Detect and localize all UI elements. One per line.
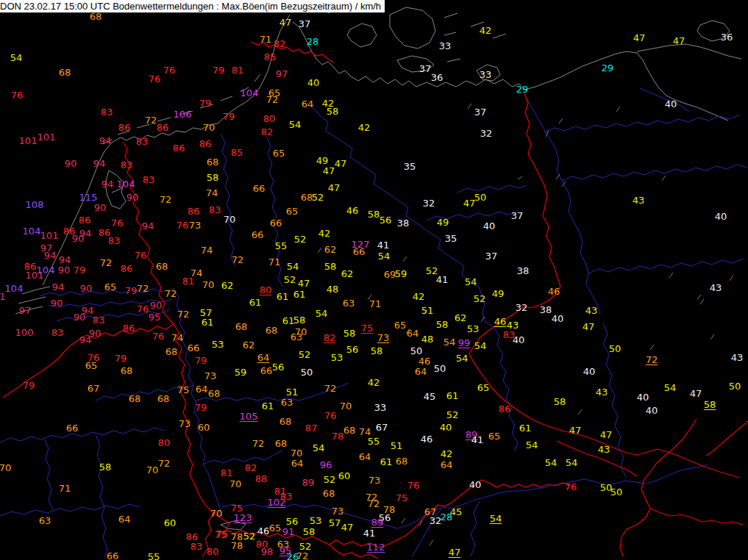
station-value: 76 (163, 65, 176, 75)
station-value: 58 (554, 397, 566, 406)
station-value: 76 (324, 411, 337, 420)
station-value: 40 (440, 423, 452, 432)
station-value: 79 (195, 356, 207, 365)
stations-layer: 6854687676798176837910672868679701011011… (0, 0, 748, 560)
station-value: 47 (600, 430, 613, 439)
station-value: 61 (519, 423, 532, 433)
station-value: 73 (332, 506, 344, 516)
station-value: 75 (215, 530, 227, 539)
station-value: 46 (257, 526, 270, 536)
station-value: 70 (202, 280, 215, 290)
station-value: 46 (346, 206, 359, 215)
station-value: 75 (361, 323, 374, 333)
station-value: 58 (368, 209, 380, 219)
station-value: 72 (368, 499, 380, 509)
station-value: 50 (410, 346, 423, 356)
station-value: 53 (331, 353, 343, 362)
station-value: 101 (19, 136, 38, 146)
station-value: 38 (517, 266, 530, 276)
weather-map-screen: 6854687676798176837910672868679701011011… (0, 0, 748, 560)
station-value: 72 (646, 355, 658, 365)
station-value: 64 (257, 353, 270, 362)
station-value: 66 (253, 184, 266, 193)
station-value: 68 (266, 326, 278, 335)
station-value: 108 (26, 200, 44, 209)
station-value: 32 (480, 129, 493, 138)
station-value: 64 (196, 384, 208, 394)
station-value: 61 (293, 290, 306, 299)
station-value: 54 (465, 277, 477, 287)
station-value: 70 (229, 479, 242, 489)
station-value: 37 (485, 251, 498, 261)
station-value: 64 (291, 459, 304, 468)
station-value: 28 (441, 512, 453, 522)
station-value: 43 (585, 306, 598, 315)
station-value: 56 (286, 517, 299, 526)
station-value: 46 (494, 317, 507, 326)
station-value: 70 (146, 465, 159, 475)
station-value: 68 (323, 489, 335, 498)
station-value: 72 (296, 551, 309, 560)
station-value: 98 (261, 547, 274, 556)
station-value: 68 (121, 366, 133, 376)
station-value: 87 (305, 423, 318, 433)
station-value: 89 (302, 478, 315, 487)
station-value: 112 (367, 542, 385, 552)
station-value: 81 (221, 468, 233, 478)
station-value: 64 (118, 514, 131, 524)
station-value: 104 (5, 284, 24, 293)
station-value: 43 (633, 195, 645, 205)
station-value: 68 (90, 12, 102, 21)
station-value: 65 (273, 148, 285, 158)
station-value: 50 (301, 367, 313, 377)
station-value: 58 (293, 315, 306, 325)
station-value: 50 (474, 193, 487, 202)
station-value: 102 (268, 498, 286, 507)
station-value: 62 (243, 340, 255, 350)
station-value: 95 (149, 312, 161, 322)
station-value: 72 (252, 439, 265, 448)
station-value: 105 (240, 412, 258, 421)
station-value: 82 (261, 127, 274, 137)
station-value: 83 (209, 205, 221, 215)
station-value: 72 (100, 258, 113, 268)
station-value: 76 (149, 74, 161, 84)
station-value: 47 (323, 166, 335, 176)
station-value: 79 (23, 381, 35, 390)
station-value: 40 (513, 335, 525, 345)
station-value: 79 (223, 112, 235, 121)
station-value: 70 (340, 401, 352, 411)
station-value: 68 (208, 389, 221, 398)
station-value: 64 (441, 460, 453, 470)
station-value: 52 (474, 294, 486, 304)
station-value: 43 (731, 353, 744, 362)
station-value: 72 (165, 289, 177, 298)
map-title: DON 23.02.17 15:00 UTC Bodenwettermeldun… (0, 1, 381, 12)
station-value: 63 (343, 298, 355, 308)
station-value: 60 (198, 423, 210, 432)
station-value: 63 (281, 398, 293, 407)
station-value: 68 (157, 394, 170, 403)
station-value: 40 (583, 367, 596, 376)
station-value: 54 (474, 341, 487, 351)
station-value: 97 (19, 306, 32, 315)
station-value: 94 (99, 136, 112, 146)
station-value: 74 (171, 333, 184, 342)
station-value: 123 (234, 513, 252, 523)
station-value: 47 (328, 183, 341, 193)
station-value: 82 (274, 39, 286, 49)
station-value: 104 (117, 179, 135, 189)
station-value: 70 (224, 215, 236, 224)
station-value: 49 (316, 156, 329, 165)
station-value: 94 (142, 221, 154, 231)
station-value: 82 (245, 463, 257, 473)
station-value: 47 (449, 548, 461, 557)
station-value: 58 (324, 262, 337, 271)
station-value: 49 (437, 218, 449, 227)
station-value: 42 (358, 123, 371, 132)
station-value: 73 (204, 371, 217, 381)
station-value: 70 (203, 123, 216, 132)
station-value: 94 (79, 335, 92, 345)
station-value: 55 (368, 437, 380, 446)
station-value: 68 (207, 157, 219, 167)
